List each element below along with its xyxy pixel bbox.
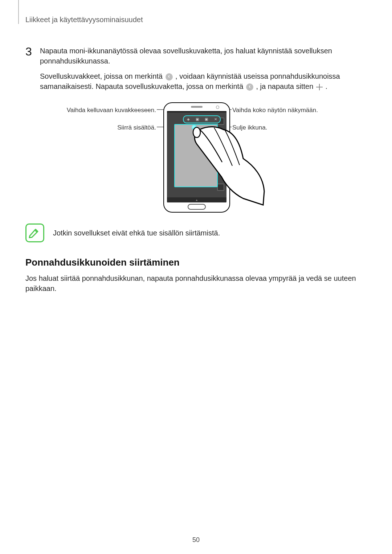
home-button	[188, 204, 206, 210]
subheading-body: Jos haluat siirtää ponnahdusikkunan, nap…	[25, 273, 367, 294]
note-text: Jotkin sovellukset eivät ehkä tue sisäll…	[53, 229, 220, 237]
note-icon	[25, 223, 44, 242]
note-row: Jotkin sovellukset eivät ehkä tue sisäll…	[25, 223, 367, 242]
page-number: 50	[0, 536, 392, 544]
step-body: Napauta moni-ikkunanäytössä olevaa sovel…	[40, 46, 367, 97]
phone-speaker	[191, 106, 203, 108]
step-para-2c: , ja napauta sitten	[256, 82, 315, 90]
popup-window	[174, 124, 218, 187]
toolbar-move-icon: ▣	[196, 118, 199, 121]
plus-icon	[316, 84, 323, 90]
subheading-move-popups: Ponnahdusikkunoiden siirtäminen	[25, 257, 367, 268]
bg-app-tile	[217, 162, 224, 169]
toolbar-fullscreen-icon: ▣	[205, 118, 208, 121]
popup-drag-handle	[192, 125, 197, 130]
nav-bar	[167, 197, 226, 202]
phone-screen: ◈ ▣ ▣ ✕	[167, 111, 226, 202]
bg-app-tile	[217, 184, 224, 191]
popup-diagram: Vaihda kelluvaan kuvakkeeseen. Siirrä si…	[25, 102, 367, 215]
multi-popup-icon	[246, 83, 253, 91]
multi-popup-icon	[166, 73, 173, 81]
toolbar-float-icon: ◈	[187, 118, 190, 121]
step-para-1: Napauta moni-ikkunanäytössä olevaa sovel…	[40, 46, 367, 66]
step-para-2d: .	[325, 82, 327, 90]
header-rule	[18, 0, 19, 24]
chapter-title: Liikkeet ja käytettävyysominaisuudet	[25, 16, 367, 24]
phone-camera	[216, 106, 219, 109]
toolbar-close-icon: ✕	[214, 118, 217, 121]
step-3: 3 Napauta moni-ikkunanäytössä olevaa sov…	[25, 46, 367, 97]
status-bar	[167, 111, 226, 112]
popup-toolbar: ◈ ▣ ▣ ✕	[183, 115, 221, 123]
step-para-2: Sovelluskuvakkeet, joissa on merkintä , …	[40, 71, 367, 91]
step-number: 3	[25, 46, 40, 57]
step-para-2a: Sovelluskuvakkeet, joissa on merkintä	[40, 72, 165, 80]
phone-outline: ◈ ▣ ▣ ✕	[163, 102, 230, 213]
